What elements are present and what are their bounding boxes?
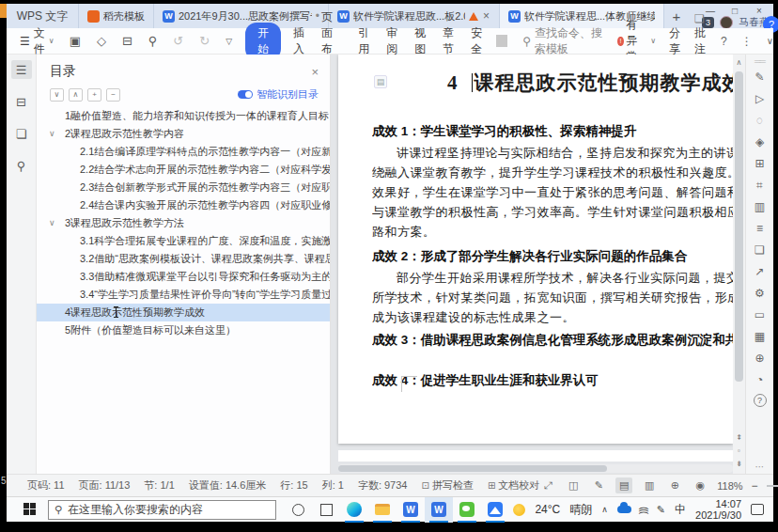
toc-collapse-icon[interactable]: ∧ [69, 88, 83, 102]
vertical-scrollbar[interactable]: ∧ ⇞ ▫ ⇟ [733, 55, 745, 474]
smart-toc-toggle[interactable]: 智能识别目录 [238, 87, 319, 102]
download-circle-icon[interactable]: ⊕ [751, 347, 770, 368]
tab-docer[interactable]: 稻壳模板 [78, 4, 153, 28]
export-icon[interactable]: ↗ [751, 260, 770, 282]
toc-item[interactable]: 3.3借助精准微观课堂平台以引导探究和任务驱动为主的教学方法持续推进情况 [37, 268, 330, 286]
toc-expand-icon[interactable]: ∨ [50, 88, 64, 102]
toc-close-icon[interactable]: × [311, 65, 319, 79]
toolbar-more-icon[interactable]: ▽ [226, 37, 232, 46]
print-preview-icon[interactable]: ⚲ [148, 34, 158, 48]
vertical-scrollbar-thumb[interactable] [735, 71, 743, 382]
paragraph-style-icon[interactable]: ▤ [374, 75, 387, 88]
redo-icon[interactable]: ↻ [199, 34, 210, 48]
select-browse-icon[interactable]: ▫ [733, 445, 745, 457]
help-button[interactable]: ? [721, 35, 727, 48]
qr-grid-icon[interactable]: ⌗ [751, 174, 770, 196]
notification-center-icon[interactable] [751, 504, 764, 515]
proofread-button[interactable]: ⊞ 文档校对 [488, 478, 539, 493]
task-view-button[interactable] [312, 497, 340, 523]
toc-item[interactable]: 1融价值塑造、能力培养和知识传授为一体的课程育人目标 [37, 107, 330, 125]
toc-item[interactable]: 2.1结合编译原理学科特点的示范性教学内容一（对应新时代家国观的培养目标） [37, 143, 330, 161]
fullscreen-view-icon[interactable]: ⤢ [539, 477, 556, 493]
more-menu-icon[interactable]: ⋮ [741, 35, 753, 48]
picture-icon[interactable]: ▦ [751, 325, 770, 347]
wechat-button[interactable] [453, 497, 481, 523]
wifi-icon[interactable]: ((( [639, 507, 649, 513]
save-icon[interactable]: ▣ [70, 34, 81, 48]
toc-item[interactable]: 2.3结合创新教学形式开展的示范性教学内容三（对应职业修养观的培养目标——... [37, 179, 330, 196]
outline-view-icon[interactable]: ▥ [641, 477, 658, 493]
strip-more-icon[interactable]: ⋯ [755, 462, 765, 474]
lasso-icon[interactable]: ◌ [751, 109, 770, 131]
windows-start-icon[interactable] [23, 503, 37, 516]
toc-item[interactable]: 5附件（价值塑造目标可以来自这里） [37, 321, 330, 339]
select-tool-icon[interactable]: ▷ [751, 87, 770, 109]
zoom-percentage[interactable]: 118% [717, 480, 742, 492]
file-explorer-button[interactable] [368, 497, 397, 523]
collapse-ribbon-icon[interactable]: ∨ [767, 36, 773, 46]
horizontal-scrollbar[interactable] [338, 464, 733, 473]
spellcheck-button[interactable]: ⊡ 拼写检查 [421, 478, 473, 493]
format-painter-icon[interactable]: ◇ [97, 34, 106, 48]
weather-temperature[interactable]: 24°C [535, 503, 560, 516]
tray-expand-icon[interactable]: ∧ [601, 505, 608, 514]
find-panel-icon[interactable]: ⚲ [11, 156, 32, 175]
unknown-toolbar-button[interactable] [496, 35, 507, 47]
toc-item-selected[interactable]: 4课程思政示范性预期教学成效 [37, 304, 330, 321]
edge-button[interactable] [340, 497, 368, 523]
toc-item[interactable]: 2.2结合学术志向开展的示范性教学内容二（对应科学发展观的培养目标） [37, 161, 330, 179]
weather-description[interactable]: 晴朗 [569, 502, 592, 518]
collapse-arrow-icon[interactable]: ∨ [49, 214, 55, 232]
toc-panel-icon[interactable]: ☰ [11, 60, 32, 79]
toc-item[interactable]: 3.2借助“思政案例模板设计、课程思政案例共享、课程思政案例示范”理念，自... [37, 250, 330, 268]
meeting-app-button[interactable] [481, 497, 509, 523]
panel-handle-icon[interactable]: ══ [755, 56, 765, 66]
settings-sliders-icon[interactable]: ≡ [751, 217, 770, 239]
status-setting-value[interactable]: 设置值: 14.6厘米 [189, 478, 267, 493]
toc-item[interactable]: 3.1科学合理拓展专业课程的广度、深度和温度，实施激发学习动机的教学方法 [37, 232, 330, 250]
two-column-view-icon[interactable]: ◫ [565, 477, 582, 493]
file-menu[interactable]: ☰ 文件 ∨ [20, 25, 54, 57]
previous-page-icon[interactable]: ⇞ [733, 431, 745, 444]
taskbar-search-input[interactable] [68, 503, 270, 516]
pen-input-icon[interactable]: ✎ [657, 504, 665, 516]
help-circle-icon[interactable]: ? [754, 394, 767, 407]
chart-tool-icon[interactable]: ▥ [751, 196, 770, 217]
status-word-count[interactable]: 字数: 9734 [358, 478, 408, 493]
web-view-icon[interactable]: ⊕ [666, 477, 683, 493]
zoom-slider[interactable] [767, 485, 778, 487]
stamp-icon[interactable]: ◈ [751, 131, 770, 152]
page-view-icon[interactable]: ▤ [615, 477, 632, 493]
history-icon[interactable]: ◔ [751, 368, 770, 390]
print-icon[interactable]: ⊟ [122, 34, 132, 48]
eye-protect-icon[interactable]: ◉ [692, 477, 708, 493]
bookmark-panel-icon[interactable]: ❏ [11, 124, 32, 143]
replace-image-icon[interactable]: ❏ [751, 239, 770, 260]
document-page[interactable]: ▤ 4课程思政示范性预期教学成效 成效 1：学生课堂学习的积极性、探索精神提升 … [338, 55, 733, 444]
table-tool-icon[interactable]: ⊞ [751, 152, 770, 174]
toc-collapse-all-icon[interactable]: − [106, 88, 120, 102]
horizontal-scrollbar-thumb[interactable] [338, 465, 607, 472]
toc-expand-all-icon[interactable]: + [87, 88, 101, 102]
collapse-arrow-icon[interactable]: ∨ [49, 125, 55, 143]
textbox-icon[interactable]: ▭ [751, 304, 770, 325]
comments-panel-icon[interactable]: ⊟ [11, 92, 32, 111]
plugin-gear-icon[interactable]: ⚙ [751, 282, 770, 304]
status-section[interactable]: 节: 1/1 [144, 478, 174, 493]
ink-view-icon[interactable]: ✎ [590, 477, 607, 493]
wps-app-button[interactable]: W [397, 497, 425, 523]
wps-writer-button[interactable]: W [425, 497, 453, 523]
weather-sun-icon[interactable] [513, 504, 525, 516]
undo-icon[interactable]: ↺ [173, 34, 183, 48]
toc-item[interactable]: ∨2课程思政示范性教学内容 [37, 125, 330, 143]
command-search[interactable]: ⚲ 查找命令、搜索模板 [522, 25, 602, 57]
ime-indicator[interactable]: 中 [675, 502, 686, 518]
cortana-button[interactable] [284, 497, 312, 523]
toc-item[interactable]: 3.4“学生学习质量结果性评价导向”转向“学生学习质量过程性评价导向”的教... [37, 286, 330, 304]
toc-item[interactable]: 2.4结合课内实验开展的示范性教学内容四（对应职业修养观的培养目标——解决... [37, 196, 330, 214]
zoom-out-button[interactable]: − [752, 479, 758, 493]
status-page-count[interactable]: 页面: 11/13 [79, 478, 131, 493]
edit-pen-icon[interactable]: ✎ [751, 66, 770, 87]
status-page-number[interactable]: 页码: 11 [27, 478, 65, 493]
cloud-sync-icon[interactable] [617, 506, 631, 513]
